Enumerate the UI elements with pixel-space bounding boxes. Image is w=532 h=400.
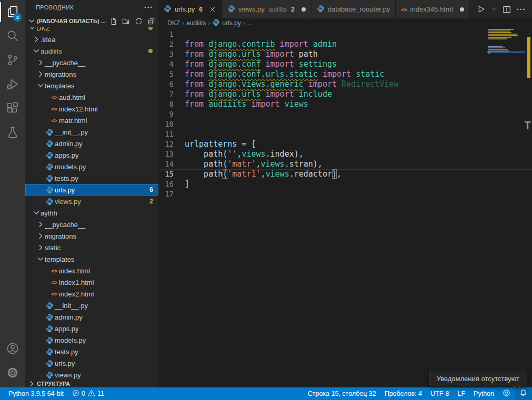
tree-item--pycache-[interactable]: __pycache__: [25, 57, 158, 68]
tree-item--init-py[interactable]: __init__.py: [25, 300, 158, 311]
code-line-14[interactable]: 14 path('matr',views.stran),: [158, 159, 532, 169]
breadcrumb-item-urls-py[interactable]: urls.py: [212, 18, 240, 28]
status-python-version[interactable]: Python 3.9.5 64-bit: [4, 387, 68, 400]
status-indentation[interactable]: Пробелов: 4: [380, 387, 426, 400]
status-feedback[interactable]: [498, 387, 515, 400]
tree-item--init-py[interactable]: __init__.py: [25, 126, 158, 138]
tree-item-index2-html[interactable]: <>index2.html: [25, 288, 158, 300]
tree-item-apps-py[interactable]: apps.py: [25, 149, 158, 161]
tree-item-index12-html[interactable]: <>index12.html: [25, 103, 158, 115]
code-token: import: [304, 79, 342, 89]
activity-search[interactable]: [0, 24, 25, 48]
activity-explorer[interactable]: 3: [0, 0, 25, 24]
status-notifications[interactable]: [515, 387, 532, 400]
tab-index345-html[interactable]: <>index345.html: [396, 0, 469, 18]
code-line-9[interactable]: 9: [158, 109, 532, 119]
code-editor[interactable]: 12from django.contrib import admin3from …: [158, 27, 532, 387]
code-line-1[interactable]: 1: [158, 29, 532, 39]
overview-ruler[interactable]: [525, 27, 532, 387]
code-line-10[interactable]: 10: [158, 119, 532, 129]
code-line-17[interactable]: 17: [158, 189, 532, 199]
run-dropdown[interactable]: [491, 6, 497, 12]
code-line-8[interactable]: 8from audiiits import views: [158, 99, 532, 109]
breadcrumb-item-dkz[interactable]: DKZ: [167, 19, 180, 27]
activity-source-control[interactable]: [0, 48, 25, 73]
breadcrumb-item-audiiits[interactable]: audiiits: [186, 19, 206, 27]
code-line-15[interactable]: 15 path('matr1',views.redactor),: [158, 169, 532, 179]
tree-item-index1-html[interactable]: <>index1.html: [25, 276, 158, 288]
outline-section-header[interactable]: СТРУКТУРА: [25, 380, 158, 387]
code-line-3[interactable]: 3from django.urls import path: [158, 49, 532, 59]
tree-item-label: index1.html: [59, 279, 94, 286]
chevron-right-icon: [36, 70, 45, 78]
code-line-13[interactable]: 13 path('',views.index),: [158, 149, 532, 159]
activity-accounts[interactable]: [0, 337, 25, 361]
code-line-text: path('matr1',views.redactor),: [185, 169, 342, 179]
tree-item-tests-py[interactable]: tests.py: [25, 172, 158, 184]
collapse-all[interactable]: [147, 17, 155, 25]
run-button[interactable]: [476, 5, 485, 14]
status-encoding[interactable]: UTF-8: [426, 387, 453, 400]
status-problems[interactable]: 011: [68, 387, 108, 400]
close-icon[interactable]: [209, 6, 216, 13]
tree-item-matr-html[interactable]: <>matr.html: [25, 115, 158, 126]
tree-item-templates[interactable]: templates: [25, 253, 158, 265]
tree-item-urls-py[interactable]: urls.py6: [25, 184, 158, 196]
new-folder[interactable]: [122, 17, 130, 25]
refresh[interactable]: [135, 17, 143, 25]
code-line-4[interactable]: 4from django.conf import settings: [158, 59, 532, 69]
tree-item-views-py[interactable]: views.py: [25, 369, 158, 380]
code-token: django.urls: [208, 89, 260, 99]
tree-item-static[interactable]: static: [25, 242, 158, 253]
activity-settings[interactable]: [0, 361, 25, 385]
modified-dot-icon[interactable]: [302, 7, 306, 12]
split-editor[interactable]: [503, 5, 511, 14]
status-language-mode[interactable]: Python: [469, 387, 498, 400]
activity-testing[interactable]: [0, 121, 25, 145]
tree-item-tests-py[interactable]: tests.py: [25, 346, 158, 357]
workspace-section-header[interactable]: (РАБОЧАЯ ОБЛАСТЬ) ...: [25, 15, 158, 27]
code-token: django.views.generic: [208, 79, 304, 89]
tree-item-templates[interactable]: templates: [25, 80, 158, 91]
tree-item-audiiits[interactable]: audiiits: [25, 45, 158, 57]
tree-item-index-html[interactable]: <>index.html: [25, 265, 158, 276]
code-line-11[interactable]: 11: [158, 129, 532, 139]
activity-run-and-debug[interactable]: [0, 73, 25, 97]
tree-item-views-py[interactable]: views.py2: [25, 196, 158, 207]
code-line-2[interactable]: 2from django.contrib import admin: [158, 39, 532, 49]
new-file[interactable]: [109, 17, 117, 25]
tree-item-urls-py[interactable]: urls.py: [25, 357, 158, 369]
breadcrumb-item--[interactable]: ...: [247, 19, 253, 27]
tree-item-migrations[interactable]: migrations: [25, 230, 158, 242]
tree-item-models-py[interactable]: models.py: [25, 161, 158, 172]
activity-extensions[interactable]: [0, 97, 25, 121]
tree-item-aythh[interactable]: aythh: [25, 207, 158, 219]
code-line-6[interactable]: 6from django.views.generic import Redire…: [158, 79, 532, 89]
tree-item-models-py[interactable]: models.py: [25, 334, 158, 346]
code-token: RedirectView: [342, 79, 398, 89]
code-line-5[interactable]: 5from django.conf.urls.static import sta…: [158, 69, 532, 79]
tree-item-admin-py[interactable]: admin.py: [25, 138, 158, 149]
code-line-7[interactable]: 7from django.urls import include: [158, 89, 532, 99]
tree-item-migrations[interactable]: migrations: [25, 68, 158, 80]
tab-database-roouter-py[interactable]: database_roouter.py: [312, 0, 396, 18]
status-eol[interactable]: LF: [453, 387, 469, 400]
tab-label: index345.html: [410, 5, 453, 13]
modified-dot-icon[interactable]: [460, 7, 464, 12]
tree-item-aud-html[interactable]: <>aud.html: [25, 91, 158, 103]
tree-item-apps-py[interactable]: apps.py: [25, 323, 158, 334]
tree-item-label: models.py: [55, 163, 86, 171]
tree-item--pycache-[interactable]: __pycache__: [25, 219, 158, 230]
code-line-12[interactable]: 12urlpatterns = [: [158, 139, 532, 149]
more-actions-icon[interactable]: ···: [517, 5, 526, 14]
tree-item--idea[interactable]: .idea: [25, 34, 158, 45]
more-actions-icon[interactable]: ···: [144, 3, 153, 12]
tree-item-label: index12.html: [59, 105, 98, 113]
tree-item-dkz[interactable]: DKZ: [25, 27, 158, 34]
status-cursor-position[interactable]: Строка 15, столбец 32: [304, 387, 380, 400]
code-line-16[interactable]: 16]: [158, 179, 532, 189]
extensions-icon: [6, 102, 19, 116]
tab-urls-py[interactable]: urls.py6: [158, 0, 222, 18]
tree-item-admin-py[interactable]: admin.py: [25, 311, 158, 323]
tab-views-py[interactable]: views.pyaudiiits2: [222, 0, 312, 18]
